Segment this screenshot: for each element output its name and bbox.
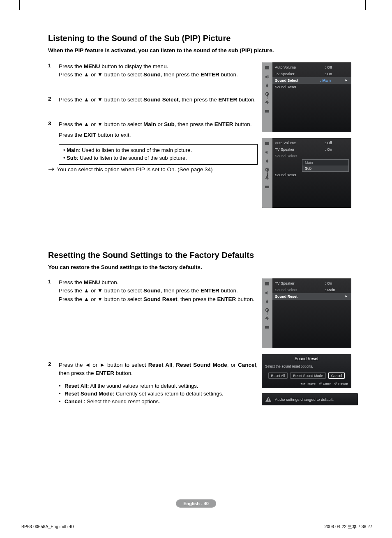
toast-text: Audio settings changed to default. <box>275 397 334 402</box>
text: button to display the menu. <box>100 63 168 69</box>
text: , then press the <box>179 97 219 103</box>
main-word: Main <box>143 121 156 127</box>
bullet-bold: Cancel : <box>65 398 85 405</box>
osd-row-value: : Main <box>320 77 343 84</box>
cancel-word: Cancel <box>238 362 256 368</box>
svg-rect-9 <box>268 398 269 400</box>
text: Press the <box>59 132 84 138</box>
osd-row-value: : On <box>325 280 348 287</box>
step-row-2: 1 Press the MENU button. Press the ▲ or … <box>48 278 355 406</box>
reset-all-word: Reset All <box>148 362 173 368</box>
text: Press the ▲ or ▼ button to select <box>59 296 143 302</box>
bullet-bold: Reset All: <box>65 383 89 389</box>
step-number: 1 <box>48 62 59 79</box>
text: , then press the <box>161 71 201 78</box>
step-1: 1 Press the MENU button to display the m… <box>48 62 258 79</box>
step-1: 1 Press the MENU button. Press the ▲ or … <box>48 278 258 303</box>
osd-row-label: TV Speaker <box>275 71 325 77</box>
osd-tab-strip: Sound <box>262 62 272 132</box>
text: or <box>156 121 164 127</box>
osd-menu-3: Sound TV Speaker: OnSound Select: MainSo… <box>262 278 351 348</box>
text: You can select this option when PIP is s… <box>57 166 213 172</box>
osd-row-label: Sound Select <box>275 153 325 159</box>
toast-audio-default: Audio settings changed to default. <box>262 393 358 405</box>
sound-reset-word: Sound Reset <box>143 296 178 302</box>
text: Press the ◄ or ► button to select <box>59 362 148 368</box>
text: , or <box>227 362 238 368</box>
return-icon: ↺ <box>334 382 337 386</box>
osd-row-label: Auto Volume <box>275 64 325 71</box>
osd-row: Sound Reset <box>272 84 351 90</box>
picture-icon <box>264 141 270 147</box>
osd-row-value <box>325 153 348 159</box>
osd-row-label: Sound Reset <box>275 293 320 300</box>
osd-row-label: Sound Select <box>275 77 320 84</box>
sound-word: Sound <box>143 71 161 78</box>
osd-dropdown: MainSub <box>302 159 349 172</box>
osd-row: Sound Reset <box>272 172 351 178</box>
osd-row-value: : Off <box>325 140 348 146</box>
speaker-icon <box>264 74 270 80</box>
osd-row: Sound Select: Main► <box>272 77 351 84</box>
app-icon <box>264 108 270 114</box>
bullet-list: Reset All: All the sound values return t… <box>59 382 258 406</box>
step-3: 3 Press the ▲ or ▼ button to select Main… <box>48 120 258 140</box>
sound-select-word: Sound Select <box>143 97 179 103</box>
osd-row-label: TV Speaker <box>275 280 325 287</box>
osd-row-value <box>320 293 343 300</box>
osd-tab-label: Sound <box>265 168 269 178</box>
chevron-right-icon: ► <box>345 77 348 84</box>
section-lede: When the PIP feature is activated, you c… <box>48 47 355 53</box>
osd-row-label: Sound Select <box>275 287 325 293</box>
adjust-icon <box>264 83 270 88</box>
manual-page: Listening to the Sound of the Sub (PIP) … <box>0 0 392 538</box>
text: button. <box>219 71 238 78</box>
dialog-buttons: Reset AllReset Sound ModeCancel <box>262 372 351 381</box>
text: Currently set values return to default s… <box>114 391 223 397</box>
text: button. <box>219 287 238 294</box>
legend-move: ◄►Move <box>300 382 315 386</box>
osd-row-value <box>325 172 348 178</box>
enter-button-word: ENTER <box>218 97 237 103</box>
step-body: Press the ▲ or ▼ button to select Main o… <box>59 120 251 140</box>
osd-panel: Auto Volume: OffTV Speaker: OnSound Sele… <box>272 138 351 208</box>
dialog-legend: ◄►Move ⏎Enter ↺Return <box>262 381 351 388</box>
sub-word: Sub <box>164 121 175 127</box>
adjust-icon <box>264 158 270 164</box>
osd-row-value: : Off <box>325 64 348 71</box>
note-sub: Sub <box>67 155 77 161</box>
osd-tab-strip: Sound <box>262 278 272 348</box>
text: Select the sound reset options. <box>85 398 160 405</box>
step-number: 2 <box>48 96 59 104</box>
text: , then press the <box>178 296 217 302</box>
svg-rect-0 <box>265 66 269 69</box>
section-title: Resetting the Sound Settings to the Fact… <box>48 251 355 260</box>
enter-button-word: ENTER <box>201 71 219 78</box>
bullet-bold: Reset Sound Mode: <box>65 391 114 397</box>
text: Move <box>307 382 316 386</box>
text: button. <box>236 296 254 302</box>
legend-return: ↺Return <box>334 382 348 386</box>
warning-icon <box>265 396 272 402</box>
step-number: 3 <box>48 120 59 140</box>
step-body: Press the MENU button to display the men… <box>59 62 238 79</box>
text: : Used to listen to the sound of the mai… <box>79 147 192 153</box>
osd-row: Sound Reset► <box>272 293 351 300</box>
osd-column-2: Sound TV Speaker: OnSound Select: MainSo… <box>262 278 358 405</box>
osd-tab-label: Sound <box>265 92 269 103</box>
app-icon <box>264 324 270 330</box>
osd-row: TV Speaker: On <box>272 71 351 77</box>
text: Enter <box>323 382 331 386</box>
reset-sound-mode-word: Reset Sound Mode <box>176 362 227 368</box>
text: , then press the <box>175 121 214 127</box>
osd-row-label: Sound Reset <box>275 172 325 178</box>
footer-meta: BP68-00658A_Eng.indb 40 2008-04-22 오후 7:… <box>21 524 372 530</box>
osd-row-value: : On <box>325 146 348 153</box>
speaker-icon <box>264 149 270 155</box>
text: button. <box>100 279 119 285</box>
osd-row: TV Speaker: On <box>272 280 351 287</box>
app-icon <box>264 184 270 190</box>
section-title: Listening to the Sound of the Sub (PIP) … <box>48 34 355 43</box>
osd-tab-label: Sound <box>265 308 269 319</box>
svg-rect-5 <box>265 186 269 188</box>
